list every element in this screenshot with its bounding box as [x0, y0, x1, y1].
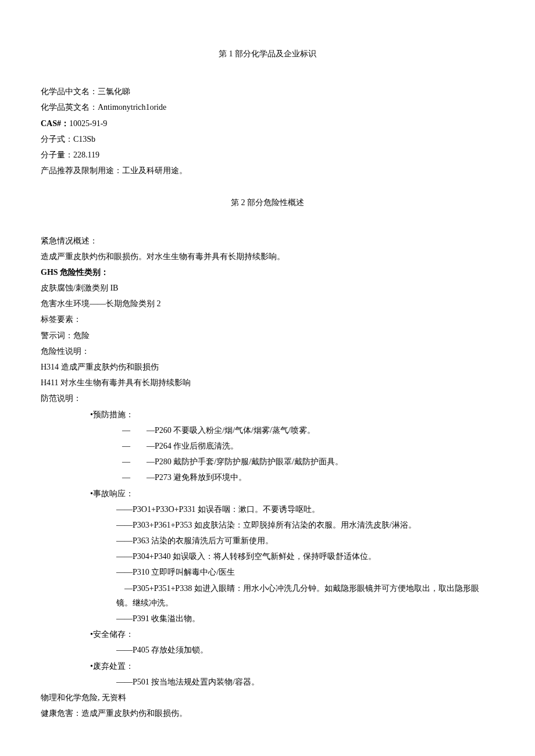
ghs-line-2: 危害水生环境——长期危险类别 2	[41, 296, 494, 311]
prevention-item: — —P264 作业后彻底清洗。	[41, 439, 494, 453]
emergency-label: 紧急情况概述：	[41, 234, 494, 248]
ghs-label: GHS 危险性类别：	[41, 265, 494, 280]
response-item: ——P363 沾染的衣服清洗后方可重新使用。	[41, 533, 494, 548]
molecular-weight: 分子量：228.119	[41, 148, 494, 162]
storage-item: ——P405 存放处须加锁。	[41, 643, 494, 657]
chemical-name-en: 化学品英文名：Antimonytrich1oride	[41, 100, 494, 114]
cas-value: 10025-91-9	[69, 119, 107, 128]
response-item: —P305+P351+P338 如进入眼睛：用水小心冲洗几分钟。如戴隐形眼镜并可…	[41, 581, 494, 610]
usage: 产品推荐及限制用途：工业及科研用途。	[41, 163, 494, 178]
h314: H314 造成严重皮肤灼伤和眼损伤	[41, 360, 494, 374]
response-item: ——P391 收集溢出物。	[41, 611, 494, 626]
response-title: •事故响应：	[41, 486, 494, 501]
response-item: ——P304+P340 如误吸入：将人转移到空气新鲜处，保持呼吸舒适体位。	[41, 549, 494, 564]
precaution-label: 防范说明：	[41, 391, 494, 406]
signal-word: 警示词：危险	[41, 328, 494, 343]
response-item: ——P310 立即呼叫解毒中心/医生	[41, 565, 494, 579]
hazard-statement-label: 危险性说明：	[41, 344, 494, 359]
emergency-text: 造成严重皮肤灼伤和眼损伤。对水生生物有毒并具有长期持续影响。	[41, 249, 494, 264]
label-elements: 标签要素：	[41, 312, 494, 327]
cas-number: CAS#：10025-91-9	[41, 116, 494, 131]
section-2-title: 第 2 部分危险性概述	[41, 195, 494, 210]
molecular-formula: 分子式：C13Sb	[41, 132, 494, 146]
chemical-name-cn: 化学品中文名：三氯化睇	[41, 84, 494, 99]
disposal-title: •废弃处置：	[41, 659, 494, 673]
physical-chemical-hazard: 物理和化学危险, 无资料	[41, 690, 494, 705]
health-hazard: 健康危害：造成严重皮肤灼伤和眼损伤。	[41, 706, 494, 721]
prevention-item: — —P280 戴防护手套/穿防护服/戴防护眼罩/戴防护面具。	[41, 454, 494, 469]
prevention-item: — —P273 避免释放到环境中。	[41, 470, 494, 485]
disposal-item: ——P501 按当地法规处置内装物/容器。	[41, 675, 494, 689]
prevention-title: •预防措施：	[41, 407, 494, 422]
response-item: ——P3O1+P33O+P331 如误吞咽：漱口。不要诱导呕吐。	[41, 502, 494, 517]
cas-label: CAS#：	[41, 119, 69, 128]
response-item: ——P303+P361+P353 如皮肤沾染：立即脱掉所有沾染的衣服。用水清洗皮…	[41, 518, 494, 532]
h411: H411 对水生生物有毒并具有长期持续影响	[41, 375, 494, 390]
section-1-title: 第 1 部分化学品及企业标识	[41, 46, 494, 61]
prevention-item: — —P260 不要吸入粉尘/烟/气体/烟雾/蒸气/喷雾。	[41, 423, 494, 438]
storage-title: •安全储存：	[41, 627, 494, 642]
ghs-line-1: 皮肤腐蚀/刺激类别 IB	[41, 281, 494, 295]
